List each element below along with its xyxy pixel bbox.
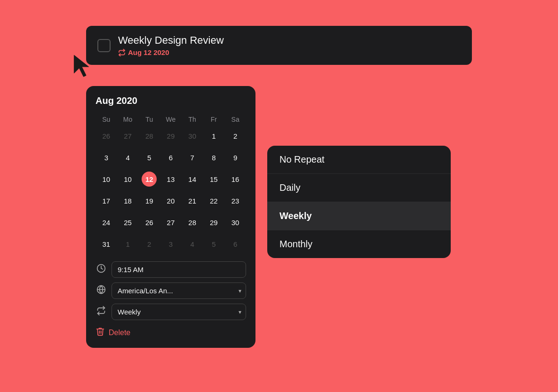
calendar-day[interactable]: 17 — [96, 190, 117, 212]
calendar-day[interactable]: 5 — [203, 233, 225, 255]
task-date: Aug 12 2020 — [118, 48, 224, 56]
repeat-options-menu: No Repeat Daily Weekly Monthly — [267, 146, 451, 258]
calendar-day[interactable]: 10 — [117, 168, 139, 190]
task-info: Weekly Design Review Aug 12 2020 — [118, 34, 224, 56]
calendar-day[interactable]: 23 — [224, 190, 246, 212]
calendar-month-title: Aug 2020 — [96, 95, 246, 106]
globe-icon — [96, 285, 107, 297]
calendar-day[interactable]: 2 — [224, 125, 246, 147]
repeat-row: No Repeat Daily Weekly Monthly ▾ — [96, 304, 246, 320]
timezone-select-wrapper: America/Los An... America/New_York Europ… — [112, 282, 246, 299]
calendar-day[interactable]: 6 — [224, 233, 246, 255]
calendar-day[interactable]: 15 — [203, 168, 225, 190]
repeat-option-daily[interactable]: Daily — [267, 174, 451, 202]
calendar-day[interactable]: 3 — [160, 233, 182, 255]
calendar-day[interactable]: 20 — [160, 190, 182, 212]
day-header-mo: Mo — [117, 114, 139, 125]
calendar-day[interactable]: 16 — [224, 168, 246, 190]
calendar-day[interactable]: 30 — [182, 125, 203, 147]
calendar-day[interactable]: 13 — [160, 168, 182, 190]
task-bar: Weekly Design Review Aug 12 2020 — [86, 26, 472, 65]
calendar-day[interactable]: 14 — [182, 168, 203, 190]
calendar-day[interactable]: 26 — [138, 212, 160, 233]
calendar-day[interactable]: 2 — [138, 233, 160, 255]
calendar-day[interactable]: 1 — [117, 233, 139, 255]
calendar-day[interactable]: 9 — [224, 147, 246, 168]
task-date-label: Aug 12 2020 — [128, 48, 169, 56]
calendar-header-row: Su Mo Tu We Th Fr Sa — [96, 114, 246, 125]
calendar-day[interactable]: 4 — [182, 233, 203, 255]
trash-icon — [96, 327, 105, 338]
day-header-su: Su — [96, 114, 117, 125]
calendar-day[interactable]: 12 — [138, 168, 160, 190]
calendar-day[interactable]: 3 — [96, 147, 117, 168]
calendar-week-row: 24252627282930 — [96, 212, 246, 233]
task-checkbox[interactable] — [97, 39, 111, 52]
calendar-grid: Su Mo Tu We Th Fr Sa 2627282930123456789… — [96, 114, 246, 255]
calendar-day[interactable]: 7 — [182, 147, 203, 168]
calendar-day[interactable]: 28 — [138, 125, 160, 147]
timezone-row: America/Los An... America/New_York Europ… — [96, 282, 246, 299]
day-header-sa: Sa — [224, 114, 246, 125]
calendar-day[interactable]: 19 — [138, 190, 160, 212]
calendar-day[interactable]: 22 — [203, 190, 225, 212]
calendar-day[interactable]: 29 — [160, 125, 182, 147]
day-header-th: Th — [182, 114, 203, 125]
day-header-fr: Fr — [203, 114, 225, 125]
calendar-week-row: 3456789 — [96, 147, 246, 168]
repeat-option-monthly[interactable]: Monthly — [267, 230, 451, 258]
calendar-popup: Aug 2020 Su Mo Tu We Th Fr Sa 2627282930… — [86, 86, 255, 348]
repeat-option-no-repeat[interactable]: No Repeat — [267, 146, 451, 174]
timezone-select[interactable]: America/Los An... America/New_York Europ… — [112, 282, 246, 299]
delete-row[interactable]: Delete — [96, 327, 246, 338]
calendar-day[interactable]: 1 — [203, 125, 225, 147]
calendar-day[interactable]: 21 — [182, 190, 203, 212]
calendar-day[interactable]: 26 — [96, 125, 117, 147]
task-title: Weekly Design Review — [118, 34, 224, 47]
repeat-select[interactable]: No Repeat Daily Weekly Monthly — [112, 304, 246, 320]
day-header-we: We — [160, 114, 182, 125]
time-input[interactable] — [112, 261, 246, 278]
calendar-day[interactable]: 4 — [117, 147, 139, 168]
calendar-day[interactable]: 30 — [224, 212, 246, 233]
repeat-select-wrapper: No Repeat Daily Weekly Monthly ▾ — [112, 304, 246, 320]
calendar-week-row: 31123456 — [96, 233, 246, 255]
calendar-day[interactable]: 25 — [117, 212, 139, 233]
calendar-controls: America/Los An... America/New_York Europ… — [96, 261, 246, 338]
calendar-day[interactable]: 8 — [203, 147, 225, 168]
repeat-icon-control — [96, 306, 107, 318]
calendar-day[interactable]: 31 — [96, 233, 117, 255]
calendar-day[interactable]: 27 — [160, 212, 182, 233]
calendar-week-row: 10101213141516 — [96, 168, 246, 190]
delete-label[interactable]: Delete — [109, 329, 130, 337]
calendar-day[interactable]: 27 — [117, 125, 139, 147]
day-header-tu: Tu — [138, 114, 160, 125]
calendar-day[interactable]: 6 — [160, 147, 182, 168]
repeat-option-weekly[interactable]: Weekly — [267, 202, 451, 230]
calendar-day[interactable]: 29 — [203, 212, 225, 233]
calendar-day[interactable]: 28 — [182, 212, 203, 233]
clock-icon — [96, 264, 107, 275]
repeat-icon — [118, 49, 126, 56]
calendar-week-row: 17181920212223 — [96, 190, 246, 212]
calendar-day[interactable]: 18 — [117, 190, 139, 212]
time-row — [96, 261, 246, 278]
calendar-day[interactable]: 10 — [96, 168, 117, 190]
calendar-day[interactable]: 5 — [138, 147, 160, 168]
calendar-day[interactable]: 24 — [96, 212, 117, 233]
calendar-week-row: 262728293012 — [96, 125, 246, 147]
